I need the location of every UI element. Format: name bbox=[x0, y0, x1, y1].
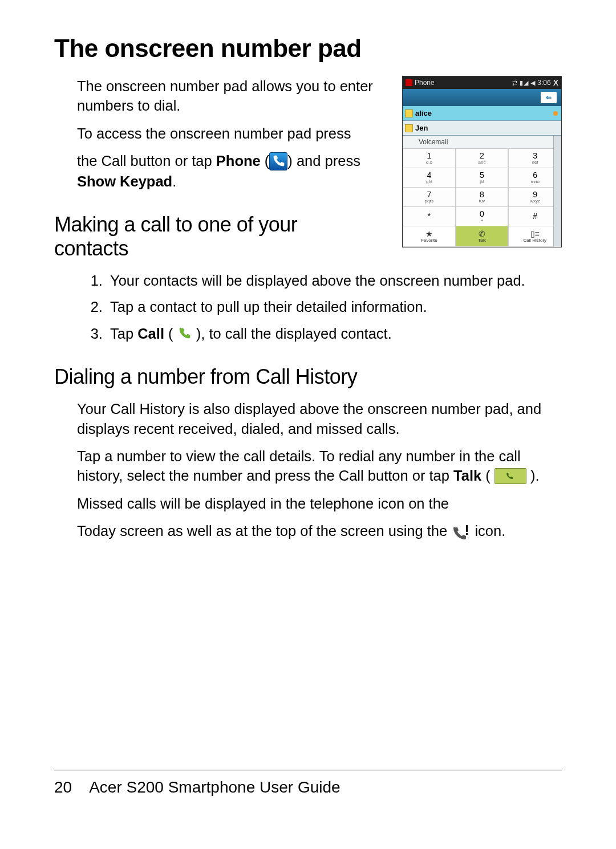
contact-name: alice bbox=[415, 109, 432, 117]
paragraph-history-1: Your Call History is also displayed abov… bbox=[77, 399, 562, 438]
talk-button-icon bbox=[495, 468, 526, 484]
call-icon bbox=[177, 326, 192, 341]
key-5: 5jkl bbox=[456, 168, 509, 188]
phone-title: Phone bbox=[415, 79, 435, 87]
label-talk: Talk bbox=[453, 468, 481, 484]
star-icon: ★ bbox=[425, 230, 433, 238]
phone-bottom-bar: ★Favorite ✆Talk ▯≡Call History bbox=[403, 226, 561, 247]
key-2: 2abc bbox=[456, 149, 509, 168]
phone-voicemail-row: Voicemail bbox=[403, 136, 561, 149]
text-open-paren-2: ( bbox=[481, 468, 491, 484]
text-close-paren-and: ) and press bbox=[287, 153, 360, 169]
close-icon: X bbox=[553, 78, 558, 87]
talk-button: ✆Talk bbox=[456, 226, 509, 247]
favorite-button: ★Favorite bbox=[403, 226, 456, 247]
manual-page: The onscreen number pad The onscreen num… bbox=[0, 0, 616, 849]
handset-icon: ✆ bbox=[479, 230, 485, 238]
label-phone: Phone bbox=[216, 153, 261, 169]
paragraph-intro: The onscreen number pad allows you to en… bbox=[77, 76, 379, 116]
windows-flag-icon bbox=[406, 79, 412, 86]
key-0: 0+ bbox=[456, 207, 509, 226]
key-7: 7pqrs bbox=[403, 188, 456, 207]
missed-call-icon bbox=[451, 524, 471, 543]
step-3-suffix: ), to call the displayed contact. bbox=[192, 326, 392, 342]
text-open-paren: ( bbox=[261, 153, 270, 169]
heading-making-a-call: Making a call to one of your contacts bbox=[54, 213, 362, 261]
footer-text: 20Acer S200 Smartphone User Guide bbox=[54, 778, 562, 797]
footer-rule bbox=[54, 770, 562, 770]
key-star: * bbox=[403, 207, 456, 226]
status-dot-icon bbox=[553, 111, 558, 116]
phone-contact-row: alice bbox=[403, 106, 561, 121]
phone-keypad: 1o.o 2abc 3def 4ghi 5jkl 6mno 7pqrs 8tuv… bbox=[403, 149, 561, 226]
label-show-keypad: Show Keypad bbox=[77, 173, 172, 189]
phone-time: 3:06 bbox=[537, 79, 550, 87]
list-icon: ▯≡ bbox=[530, 230, 540, 238]
contact-card-icon bbox=[405, 124, 413, 132]
phone-app-icon bbox=[269, 152, 287, 170]
back-icon: ⇐ bbox=[541, 92, 557, 103]
paragraph-access: To access the onscreen number pad press bbox=[77, 124, 379, 143]
guide-title: Acer S200 Smartphone User Guide bbox=[89, 778, 340, 796]
missed-b-prefix: Today screen as well as at the top of th… bbox=[77, 523, 451, 539]
label-call: Call bbox=[137, 326, 164, 342]
svg-rect-0 bbox=[466, 525, 468, 532]
missed-b-suffix: icon. bbox=[471, 523, 505, 539]
step-2: Tap a contact to pull up their detailed … bbox=[107, 297, 562, 316]
step-3: Tap Call ( ), to call the displayed cont… bbox=[107, 324, 562, 343]
page-number: 20 bbox=[54, 778, 72, 796]
page-footer: 20Acer S200 Smartphone User Guide bbox=[54, 770, 562, 797]
text-close-paren-period: ). bbox=[530, 468, 540, 484]
phone-toolbar: ⇐ bbox=[403, 89, 561, 106]
text-the-call-button: the Call button or tap bbox=[77, 153, 216, 169]
paragraph-missed-a: Missed calls will be displayed in the te… bbox=[77, 494, 562, 513]
phone-contact-row: Jen bbox=[403, 121, 561, 136]
step-3-prefix: Tap bbox=[110, 326, 137, 342]
contact-name: Jen bbox=[415, 124, 428, 132]
signal-icons: ⇄ ▮◢ ◀ bbox=[512, 79, 535, 87]
step-3-open: ( bbox=[164, 326, 177, 342]
step-1: Your contacts will be displayed above th… bbox=[107, 271, 562, 290]
phone-scrollbar bbox=[553, 136, 561, 247]
steps-list: Your contacts will be displayed above th… bbox=[94, 271, 562, 343]
phone-status-bar: Phone ⇄ ▮◢ ◀ 3:06 X bbox=[403, 76, 561, 89]
contact-card-icon bbox=[405, 109, 413, 117]
key-8: 8tuv bbox=[456, 188, 509, 207]
heading-dialing-history: Dialing a number from Call History bbox=[54, 365, 562, 389]
heading-onscreen-number-pad: The onscreen number pad bbox=[54, 34, 562, 63]
key-4: 4ghi bbox=[403, 168, 456, 188]
phone-screenshot: Phone ⇄ ▮◢ ◀ 3:06 X ⇐ alice Jen Voicemai… bbox=[402, 76, 562, 247]
paragraph-phone-instruction: the Call button or tap Phone () and pres… bbox=[77, 151, 379, 191]
key-1: 1o.o bbox=[403, 149, 456, 168]
text-period: . bbox=[172, 173, 176, 189]
svg-rect-1 bbox=[466, 533, 468, 535]
paragraph-history-2: Tap a number to view the call details. T… bbox=[77, 446, 562, 486]
paragraph-missed-b: Today screen as well as at the top of th… bbox=[77, 521, 562, 542]
